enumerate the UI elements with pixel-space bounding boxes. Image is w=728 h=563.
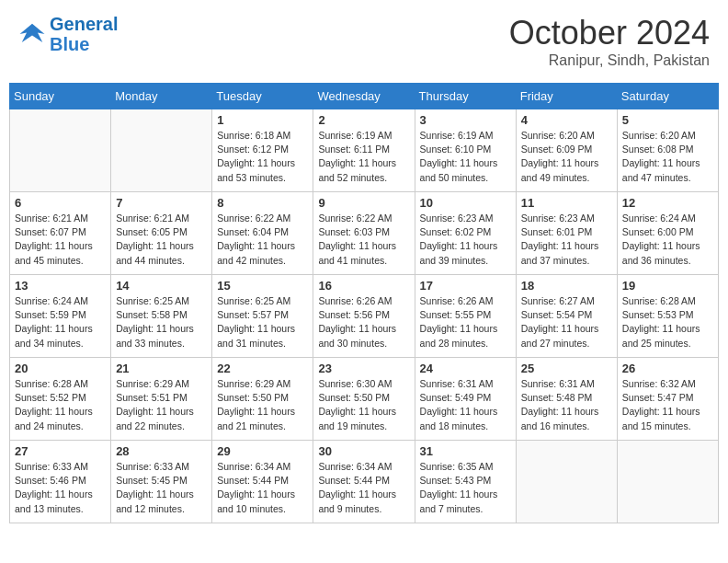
day-info: Sunrise: 6:29 AM Sunset: 5:51 PM Dayligh… <box>116 377 207 433</box>
calendar-cell: 22Sunrise: 6:29 AM Sunset: 5:50 PM Dayli… <box>212 358 313 441</box>
day-number: 1 <box>217 113 308 127</box>
calendar-cell: 12Sunrise: 6:24 AM Sunset: 6:00 PM Dayli… <box>617 192 718 275</box>
svg-marker-0 <box>20 24 45 42</box>
day-number: 27 <box>15 444 106 458</box>
day-info: Sunrise: 6:33 AM Sunset: 5:46 PM Dayligh… <box>15 460 106 516</box>
day-info: Sunrise: 6:34 AM Sunset: 5:44 PM Dayligh… <box>217 460 308 516</box>
day-number: 13 <box>15 279 106 293</box>
calendar-cell: 5Sunrise: 6:20 AM Sunset: 6:08 PM Daylig… <box>617 109 718 192</box>
day-info: Sunrise: 6:24 AM Sunset: 5:59 PM Dayligh… <box>15 294 106 350</box>
day-info: Sunrise: 6:24 AM Sunset: 6:00 PM Dayligh… <box>622 212 713 268</box>
calendar-cell: 16Sunrise: 6:26 AM Sunset: 5:56 PM Dayli… <box>313 275 415 358</box>
day-info: Sunrise: 6:25 AM Sunset: 5:58 PM Dayligh… <box>116 294 207 350</box>
day-number: 11 <box>521 196 612 210</box>
page-header: General Blue October 2024 Ranipur, Sindh… <box>9 9 719 74</box>
day-number: 21 <box>116 362 207 375</box>
day-info: Sunrise: 6:34 AM Sunset: 5:44 PM Dayligh… <box>318 460 409 516</box>
day-info: Sunrise: 6:25 AM Sunset: 5:57 PM Dayligh… <box>217 294 308 350</box>
day-number: 14 <box>116 279 207 293</box>
weekday-header: Thursday <box>415 84 516 109</box>
weekday-header: Monday <box>111 84 212 109</box>
day-info: Sunrise: 6:28 AM Sunset: 5:52 PM Dayligh… <box>15 377 106 433</box>
calendar-cell: 23Sunrise: 6:30 AM Sunset: 5:50 PM Dayli… <box>313 358 415 441</box>
calendar-cell: 17Sunrise: 6:26 AM Sunset: 5:55 PM Dayli… <box>415 275 516 358</box>
day-number: 16 <box>318 279 409 293</box>
day-number: 7 <box>116 196 207 210</box>
day-info: Sunrise: 6:21 AM Sunset: 6:07 PM Dayligh… <box>15 212 106 268</box>
day-info: Sunrise: 6:22 AM Sunset: 6:04 PM Dayligh… <box>217 212 308 268</box>
day-number: 20 <box>15 362 106 375</box>
calendar-cell: 30Sunrise: 6:34 AM Sunset: 5:44 PM Dayli… <box>313 441 415 523</box>
calendar-cell: 25Sunrise: 6:31 AM Sunset: 5:48 PM Dayli… <box>516 358 617 441</box>
calendar-week-row: 6Sunrise: 6:21 AM Sunset: 6:07 PM Daylig… <box>10 192 719 275</box>
day-number: 30 <box>318 444 409 458</box>
weekday-header-row: SundayMondayTuesdayWednesdayThursdayFrid… <box>10 84 719 109</box>
calendar-cell: 3Sunrise: 6:19 AM Sunset: 6:10 PM Daylig… <box>415 109 516 192</box>
calendar-table: SundayMondayTuesdayWednesdayThursdayFrid… <box>9 83 719 523</box>
calendar-week-row: 20Sunrise: 6:28 AM Sunset: 5:52 PM Dayli… <box>10 358 719 441</box>
day-info: Sunrise: 6:31 AM Sunset: 5:48 PM Dayligh… <box>521 377 612 433</box>
calendar-cell: 8Sunrise: 6:22 AM Sunset: 6:04 PM Daylig… <box>212 192 313 275</box>
title-section: October 2024 Ranipur, Sindh, Pakistan <box>509 14 710 69</box>
calendar-cell: 27Sunrise: 6:33 AM Sunset: 5:46 PM Dayli… <box>10 441 111 523</box>
calendar-week-row: 27Sunrise: 6:33 AM Sunset: 5:46 PM Dayli… <box>10 441 719 523</box>
calendar-cell: 28Sunrise: 6:33 AM Sunset: 5:45 PM Dayli… <box>111 441 212 523</box>
day-info: Sunrise: 6:28 AM Sunset: 5:53 PM Dayligh… <box>622 294 713 350</box>
day-number: 15 <box>217 279 308 293</box>
calendar-cell: 15Sunrise: 6:25 AM Sunset: 5:57 PM Dayli… <box>212 275 313 358</box>
day-number: 6 <box>15 196 106 210</box>
calendar-cell: 7Sunrise: 6:21 AM Sunset: 6:05 PM Daylig… <box>111 192 212 275</box>
calendar-cell <box>617 441 718 523</box>
calendar-cell: 14Sunrise: 6:25 AM Sunset: 5:58 PM Dayli… <box>111 275 212 358</box>
calendar-cell: 9Sunrise: 6:22 AM Sunset: 6:03 PM Daylig… <box>313 192 415 275</box>
weekday-header: Sunday <box>10 84 111 109</box>
day-info: Sunrise: 6:26 AM Sunset: 5:55 PM Dayligh… <box>420 294 511 350</box>
calendar-cell <box>111 109 212 192</box>
calendar-cell: 21Sunrise: 6:29 AM Sunset: 5:51 PM Dayli… <box>111 358 212 441</box>
calendar-cell: 19Sunrise: 6:28 AM Sunset: 5:53 PM Dayli… <box>617 275 718 358</box>
calendar-cell: 11Sunrise: 6:23 AM Sunset: 6:01 PM Dayli… <box>516 192 617 275</box>
calendar-cell: 24Sunrise: 6:31 AM Sunset: 5:49 PM Dayli… <box>415 358 516 441</box>
day-info: Sunrise: 6:26 AM Sunset: 5:56 PM Dayligh… <box>318 294 409 350</box>
calendar-cell: 20Sunrise: 6:28 AM Sunset: 5:52 PM Dayli… <box>10 358 111 441</box>
calendar-week-row: 13Sunrise: 6:24 AM Sunset: 5:59 PM Dayli… <box>10 275 719 358</box>
calendar-cell: 4Sunrise: 6:20 AM Sunset: 6:09 PM Daylig… <box>516 109 617 192</box>
day-number: 17 <box>420 279 511 293</box>
day-number: 19 <box>622 279 713 293</box>
day-info: Sunrise: 6:22 AM Sunset: 6:03 PM Dayligh… <box>318 212 409 268</box>
day-number: 31 <box>420 444 511 458</box>
day-number: 4 <box>521 113 612 127</box>
day-info: Sunrise: 6:18 AM Sunset: 6:12 PM Dayligh… <box>217 129 308 185</box>
calendar-cell: 29Sunrise: 6:34 AM Sunset: 5:44 PM Dayli… <box>212 441 313 523</box>
month-title: October 2024 <box>509 14 710 52</box>
day-info: Sunrise: 6:23 AM Sunset: 6:01 PM Dayligh… <box>521 212 612 268</box>
logo-general: General <box>50 14 118 34</box>
day-number: 5 <box>622 113 713 127</box>
logo-blue: Blue <box>50 34 118 54</box>
day-number: 18 <box>521 279 612 293</box>
day-number: 24 <box>420 362 511 375</box>
calendar-cell <box>516 441 617 523</box>
day-number: 29 <box>217 444 308 458</box>
day-info: Sunrise: 6:30 AM Sunset: 5:50 PM Dayligh… <box>318 377 409 433</box>
weekday-header: Friday <box>516 84 617 109</box>
day-number: 2 <box>318 113 409 127</box>
day-number: 23 <box>318 362 409 375</box>
day-info: Sunrise: 6:29 AM Sunset: 5:50 PM Dayligh… <box>217 377 308 433</box>
weekday-header: Tuesday <box>212 84 313 109</box>
day-info: Sunrise: 6:19 AM Sunset: 6:11 PM Dayligh… <box>318 129 409 185</box>
location: Ranipur, Sindh, Pakistan <box>509 52 710 69</box>
day-number: 26 <box>622 362 713 375</box>
day-info: Sunrise: 6:31 AM Sunset: 5:49 PM Dayligh… <box>420 377 511 433</box>
calendar-cell: 1Sunrise: 6:18 AM Sunset: 6:12 PM Daylig… <box>212 109 313 192</box>
day-info: Sunrise: 6:33 AM Sunset: 5:45 PM Dayligh… <box>116 460 207 516</box>
day-info: Sunrise: 6:19 AM Sunset: 6:10 PM Dayligh… <box>420 129 511 185</box>
weekday-header: Wednesday <box>313 84 415 109</box>
calendar-cell: 18Sunrise: 6:27 AM Sunset: 5:54 PM Dayli… <box>516 275 617 358</box>
day-info: Sunrise: 6:21 AM Sunset: 6:05 PM Dayligh… <box>116 212 207 268</box>
logo-icon <box>18 20 46 48</box>
calendar-cell: 10Sunrise: 6:23 AM Sunset: 6:02 PM Dayli… <box>415 192 516 275</box>
day-number: 28 <box>116 444 207 458</box>
day-number: 3 <box>420 113 511 127</box>
day-number: 25 <box>521 362 612 375</box>
